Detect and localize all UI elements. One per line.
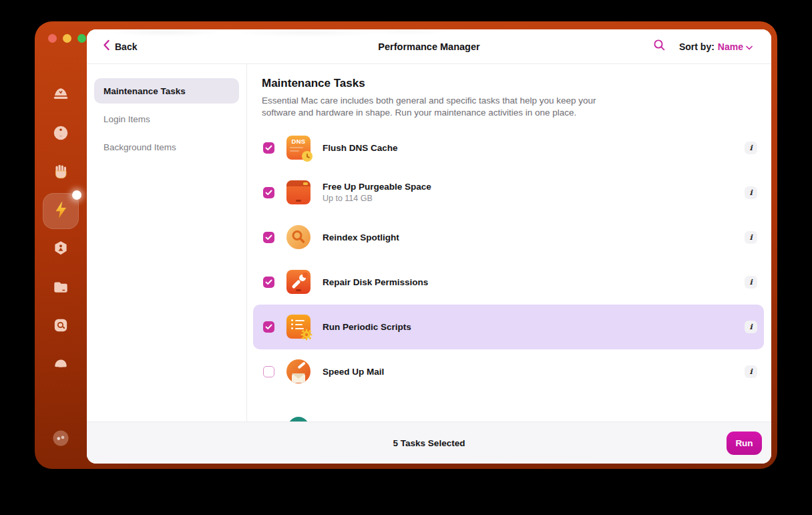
- sidebar-item-privacy[interactable]: [46, 158, 75, 188]
- cleanup-icon: [51, 85, 70, 107]
- info-button[interactable]: i: [745, 276, 757, 289]
- panel-header: Back Performance Manager Sort by: Name: [87, 29, 771, 64]
- mail-envelope-icon: [286, 359, 311, 383]
- checkbox-unchecked[interactable]: [263, 366, 274, 377]
- content-title: Maintenance Tasks: [262, 77, 751, 90]
- info-button[interactable]: i: [745, 186, 757, 199]
- sidebar-item-performance[interactable]: [43, 193, 79, 229]
- task-list: DNS Flush DNS Cache i: [253, 126, 764, 394]
- checkbox-checked[interactable]: [263, 142, 274, 154]
- script-gear-icon: [286, 315, 311, 339]
- search-icon[interactable]: [653, 39, 666, 54]
- nav-item-login-items[interactable]: Login Items: [94, 106, 239, 132]
- checkbox-checked[interactable]: [263, 187, 274, 198]
- info-button[interactable]: i: [745, 321, 757, 333]
- task-row-reindex-spotlight[interactable]: Reindex Spotlight i: [253, 215, 764, 260]
- nav-item-maintenance-tasks[interactable]: Maintenance Tasks: [94, 78, 239, 104]
- task-label: Run Periodic Scripts: [323, 322, 411, 332]
- task-row-repair-disk-permissions[interactable]: Repair Disk Permissions i: [253, 260, 764, 305]
- panel-footer: 5 Tasks Selected Run: [87, 421, 771, 464]
- chevron-left-icon: [103, 39, 110, 53]
- privacy-hand-icon: [51, 162, 70, 184]
- hard-drive-icon: [286, 180, 311, 204]
- assistant-icon: [51, 428, 71, 451]
- screen: Back Performance Manager Sort by: Name: [0, 0, 812, 515]
- task-row-speed-up-mail[interactable]: Speed Up Mail i: [253, 349, 764, 394]
- sort-by-value: Name: [718, 41, 743, 52]
- sidebar-item-cleanup[interactable]: [46, 81, 75, 111]
- panel-body: Maintenance Tasks Login Items Background…: [87, 64, 771, 421]
- info-button[interactable]: i: [745, 142, 757, 154]
- applications-icon: [51, 239, 70, 261]
- info-button[interactable]: i: [745, 231, 757, 244]
- tasks-selected-status: 5 Tasks Selected: [393, 438, 465, 448]
- task-row-free-up-purgeable-space[interactable]: Free Up Purgeable Space Up to 114 GB i: [253, 170, 764, 215]
- back-label: Back: [115, 41, 137, 52]
- checkbox-checked[interactable]: [263, 277, 274, 288]
- nav-item-label: Login Items: [104, 114, 150, 124]
- info-button[interactable]: i: [745, 365, 757, 378]
- run-button[interactable]: Run: [727, 432, 762, 455]
- checkbox-checked[interactable]: [263, 232, 274, 243]
- spotlight-magnifier-icon: [286, 225, 311, 249]
- checkbox-checked[interactable]: [263, 321, 274, 333]
- back-button[interactable]: Back: [103, 39, 137, 53]
- assistant-button[interactable]: [46, 425, 75, 454]
- protection-orb-icon: [51, 124, 70, 145]
- content-description: Essential Mac care includes both general…: [262, 95, 599, 120]
- shredder-icon: [51, 354, 70, 375]
- chevron-down-icon: [746, 41, 753, 52]
- main-content: Maintenance Tasks Essential Mac care inc…: [247, 64, 771, 421]
- sort-by-dropdown[interactable]: Sort by: Name: [679, 41, 753, 52]
- performance-manager-panel: Back Performance Manager Sort by: Name: [87, 29, 771, 464]
- drive-wrench-icon: [286, 270, 311, 294]
- task-row-run-periodic-scripts[interactable]: Run Periodic Scripts i: [253, 305, 764, 349]
- files-folder-icon: [51, 278, 70, 299]
- performance-bolt-icon: [51, 200, 71, 222]
- nav-item-label: Maintenance Tasks: [104, 86, 186, 96]
- nav-item-label: Background Items: [104, 142, 176, 152]
- sidebar-item-applications[interactable]: [46, 235, 75, 265]
- notification-dot: [72, 190, 81, 200]
- task-label: Repair Disk Permissions: [323, 277, 428, 287]
- dns-clock-icon: DNS: [286, 136, 311, 160]
- task-sublabel: Up to 114 GB: [323, 194, 431, 203]
- sidebar-item-files[interactable]: [46, 274, 75, 303]
- task-label: Free Up Purgeable Space: [323, 182, 431, 192]
- app-window: Back Performance Manager Sort by: Name: [35, 21, 777, 469]
- sidebar-item-space-lens[interactable]: [46, 312, 75, 341]
- app-dock: [35, 21, 87, 469]
- sidebar-item-protection[interactable]: [46, 120, 75, 149]
- task-label: Speed Up Mail: [323, 367, 384, 377]
- task-label: Flush DNS Cache: [323, 143, 398, 153]
- section-nav: Maintenance Tasks Login Items Background…: [87, 64, 247, 421]
- sidebar-item-shredder[interactable]: [46, 350, 75, 379]
- space-lens-icon: [51, 316, 70, 337]
- task-row-flush-dns-cache[interactable]: DNS Flush DNS Cache i: [253, 126, 764, 170]
- nav-item-background-items[interactable]: Background Items: [94, 134, 239, 160]
- sort-by-label: Sort by:: [679, 41, 715, 52]
- task-label: Reindex Spotlight: [323, 232, 399, 242]
